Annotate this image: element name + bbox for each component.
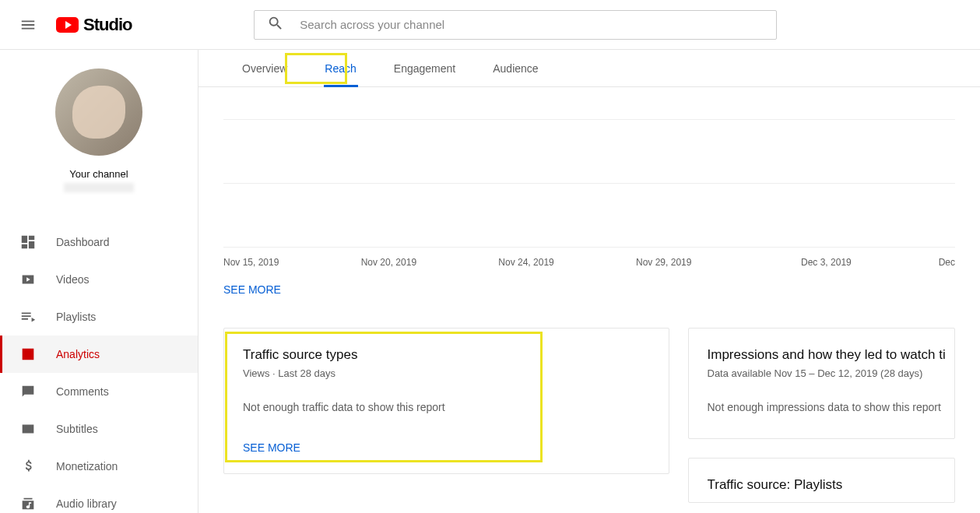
tab-audience[interactable]: Audience (474, 50, 557, 87)
card-title: Impressions and how they led to watch ti (708, 347, 955, 363)
menu-button[interactable] (12, 9, 44, 40)
card-body: Not enough impressions data to show this… (708, 401, 955, 413)
x-label: Dec (939, 257, 955, 268)
sidebar-item-subtitles[interactable]: Subtitles (0, 410, 198, 448)
x-label: Nov 24, 2019 (498, 257, 636, 268)
card-traffic-source-playlists: Traffic source: Playlists (688, 458, 956, 503)
subtitles-icon (19, 420, 37, 438)
monetization-icon (19, 457, 37, 476)
card-traffic-source-types: Traffic source types Views · Last 28 day… (223, 328, 669, 474)
sidebar-item-label: Comments (56, 385, 109, 398)
gridline (223, 184, 955, 248)
dashboard-icon (19, 233, 37, 251)
tab-engagement[interactable]: Engagement (375, 50, 474, 87)
youtube-icon (56, 17, 79, 33)
sidebar-item-videos[interactable]: Videos (0, 261, 198, 298)
search-box[interactable] (254, 10, 777, 40)
analytics-icon (19, 345, 37, 364)
sidebar-item-label: Dashboard (56, 236, 110, 248)
channel-label: Your channel (69, 168, 128, 180)
gridline (223, 87, 955, 120)
card-title: Traffic source: Playlists (708, 477, 955, 493)
tabs: Overview Reach Engagement Audience (198, 50, 980, 87)
audio-library-icon (19, 494, 37, 513)
sidebar-item-label: Subtitles (56, 423, 98, 435)
app-header: Studio (0, 0, 980, 50)
sidebar-item-label: Analytics (56, 348, 100, 360)
sidebar-item-playlists[interactable]: Playlists (0, 298, 198, 336)
x-label: Nov 15, 2019 (223, 257, 361, 268)
card-impressions: Impressions and how they led to watch ti… (688, 328, 956, 439)
sidebar-item-label: Playlists (56, 311, 96, 323)
sidebar-item-label: Audio library (56, 497, 117, 510)
sidebar: Your channel Dashboard Videos Playlists … (0, 50, 198, 513)
logo-text: Studio (83, 15, 132, 35)
avatar[interactable] (55, 69, 142, 156)
main-content: Overview Reach Engagement Audience Nov 1… (198, 50, 980, 513)
sidebar-item-label: Videos (56, 273, 90, 286)
sidebar-item-label: Monetization (56, 460, 118, 473)
sidebar-item-monetization[interactable]: Monetization (0, 448, 198, 485)
channel-name (64, 183, 134, 192)
x-label: Nov 20, 2019 (361, 257, 499, 268)
hamburger-icon (19, 16, 37, 33)
card-title: Traffic source types (243, 347, 650, 363)
sidebar-item-dashboard[interactable]: Dashboard (0, 223, 198, 261)
sidebar-item-analytics[interactable]: Analytics (0, 336, 198, 373)
x-label: Dec 3, 2019 (801, 257, 939, 268)
sidebar-item-audio-library[interactable]: Audio library (0, 485, 198, 513)
comments-icon (19, 382, 37, 401)
reach-chart: Nov 15, 2019 Nov 20, 2019 Nov 24, 2019 N… (223, 87, 955, 297)
sidebar-item-comments[interactable]: Comments (0, 373, 198, 410)
videos-icon (19, 270, 37, 289)
search-input[interactable] (300, 18, 764, 31)
card-body: Not enough traffic data to show this rep… (243, 401, 650, 413)
card-subtitle: Views · Last 28 days (243, 367, 650, 379)
tab-overview[interactable]: Overview (223, 50, 306, 87)
tab-reach[interactable]: Reach (306, 50, 374, 87)
channel-info: Your channel (0, 50, 198, 205)
x-label: Nov 29, 2019 (636, 257, 801, 268)
logo[interactable]: Studio (56, 15, 132, 35)
card-subtitle: Data available Nov 15 – Dec 12, 2019 (28… (708, 367, 955, 379)
x-axis-labels: Nov 15, 2019 Nov 20, 2019 Nov 24, 2019 N… (223, 248, 955, 277)
see-more-traffic[interactable]: SEE MORE (243, 441, 300, 454)
playlists-icon (19, 307, 37, 326)
see-more-chart[interactable]: SEE MORE (223, 283, 281, 296)
gridline (223, 120, 955, 184)
search-icon (267, 15, 284, 35)
